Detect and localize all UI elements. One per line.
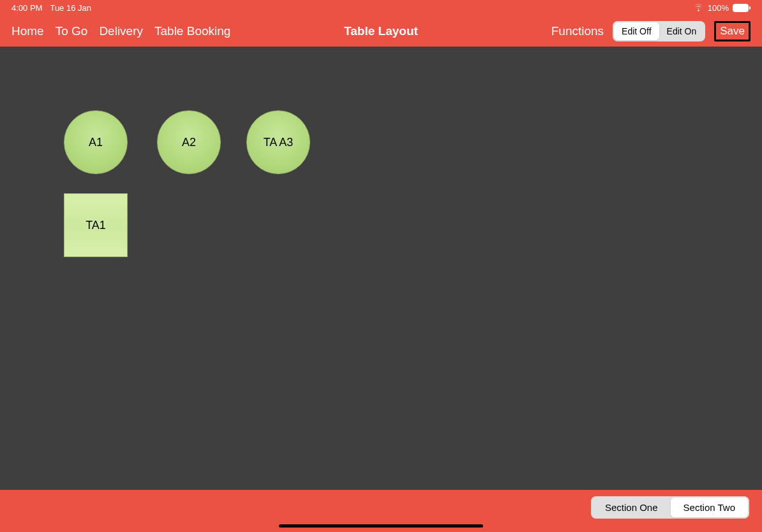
table-ta1[interactable]: TA1	[64, 193, 128, 257]
edit-mode-segmented: Edit Off Edit On	[613, 21, 705, 41]
table-ta-a3[interactable]: TA A3	[246, 110, 310, 174]
edit-off-button[interactable]: Edit Off	[614, 22, 659, 40]
table-label: TA1	[86, 219, 106, 232]
svg-rect-0	[733, 4, 749, 11]
status-left: 4:00 PM Tue 16 Jan	[11, 3, 91, 13]
nav-delivery[interactable]: Delivery	[99, 24, 143, 38]
bottom-bar: Section OneSection Two	[0, 490, 762, 532]
status-date: Tue 16 Jan	[50, 3, 91, 13]
nav-bar: Home To Go Delivery Table Booking Table …	[0, 15, 762, 47]
nav-right: Functions Edit Off Edit On Save	[551, 21, 751, 41]
nav-table-booking[interactable]: Table Booking	[154, 24, 230, 38]
status-right: 100%	[693, 3, 751, 13]
table-label: A2	[182, 136, 196, 149]
table-a1[interactable]: A1	[64, 110, 128, 174]
home-indicator	[279, 524, 483, 528]
nav-left: Home To Go Delivery Table Booking	[11, 24, 230, 38]
table-label: A1	[89, 136, 103, 149]
nav-functions[interactable]: Functions	[551, 24, 604, 38]
wifi-icon	[693, 4, 704, 11]
battery-icon	[733, 4, 751, 12]
status-bar: 4:00 PM Tue 16 Jan 100%	[0, 0, 762, 15]
battery-percent: 100%	[708, 3, 729, 13]
status-time: 4:00 PM	[11, 3, 42, 13]
nav-home[interactable]: Home	[11, 24, 44, 38]
table-a2[interactable]: A2	[157, 110, 221, 174]
section-tab-section-two[interactable]: Section Two	[671, 498, 748, 517]
table-layout-canvas[interactable]: A1A2TA A3TA1	[0, 47, 762, 490]
section-tab-section-one[interactable]: Section One	[592, 498, 671, 517]
save-button[interactable]: Save	[714, 21, 751, 41]
section-segmented: Section OneSection Two	[591, 496, 749, 519]
nav-togo[interactable]: To Go	[56, 24, 88, 38]
edit-on-button[interactable]: Edit On	[659, 22, 705, 40]
svg-rect-1	[749, 6, 751, 10]
page-title: Table Layout	[344, 24, 418, 38]
table-label: TA A3	[264, 136, 294, 149]
